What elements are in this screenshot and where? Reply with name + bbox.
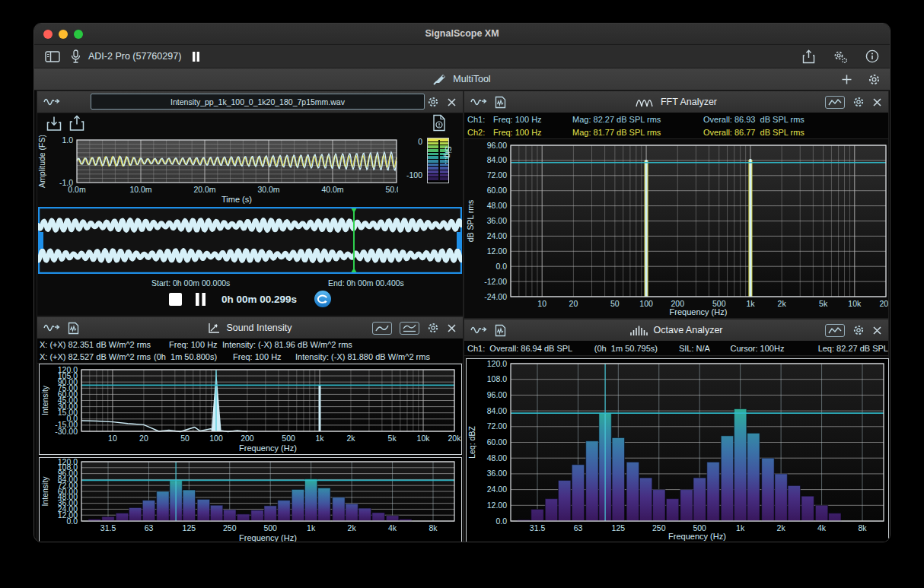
pause-button[interactable]: [195, 292, 206, 307]
si-header[interactable]: Sound Intensity: [37, 317, 463, 339]
svg-text:Leq: dBZ: Leq: dBZ: [467, 426, 476, 459]
si-spectrum-view-icon[interactable]: [372, 322, 392, 335]
octave-analyzer-panel: Octave Analyzer Ch1: Overall: 86.94 dB S…: [464, 319, 889, 542]
svg-text:40.0m: 40.0m: [321, 185, 343, 194]
svg-text:500: 500: [263, 523, 277, 532]
si-bars-view-icon[interactable]: [400, 322, 419, 335]
tool-settings-icon[interactable]: [832, 49, 849, 64]
svg-text:50: 50: [180, 434, 190, 443]
svg-text:-30.00: -30.00: [55, 427, 78, 436]
octave-leq-chart[interactable]: 120.0108.096.0084.0072.0060.0048.0036.00…: [467, 359, 888, 542]
svg-text:250: 250: [652, 523, 666, 532]
svg-text:36.00: 36.00: [487, 469, 507, 478]
svg-text:1k: 1k: [736, 523, 745, 532]
svg-text:8k: 8k: [858, 523, 867, 532]
loop-button[interactable]: [313, 289, 333, 309]
svg-text:1k: 1k: [746, 299, 755, 308]
main-toolbar: ADI-2 Pro (57760297): [34, 45, 890, 68]
share-icon[interactable]: [802, 49, 815, 64]
si-readout-line2: X: (+X) 82.527 dB W/m^2 rms (0h 1m 50.80…: [37, 351, 463, 364]
export-file-icon[interactable]: [69, 115, 84, 132]
octave-settings-icon[interactable]: [852, 324, 865, 336]
svg-text:10k: 10k: [848, 299, 862, 308]
svg-text:Intensity: Intensity: [40, 385, 49, 415]
svg-text:72.00: 72.00: [487, 421, 507, 431]
pause-io-icon[interactable]: [192, 52, 200, 62]
octave-title: Octave Analyzer: [653, 325, 722, 335]
device-name[interactable]: ADI-2 Pro (57760297): [88, 51, 181, 62]
waveform-overview-selection[interactable]: [38, 207, 462, 274]
svg-text:4k: 4k: [388, 523, 397, 532]
layout-settings-icon[interactable]: [868, 73, 881, 86]
sound-intensity-panel: Sound Intensity X: (+X) 82.351 dB W/m^2 …: [37, 316, 464, 542]
si-settings-icon[interactable]: [427, 322, 439, 334]
svg-text:0.0: 0.0: [495, 516, 507, 526]
loaded-file-name[interactable]: Intensity_pp_1k_100_0_1k20_180_7p15mm.wa…: [91, 94, 425, 110]
octave-chart-box: 120.0108.096.0084.0072.0060.0048.0036.00…: [466, 358, 889, 542]
file-info-icon[interactable]: [432, 114, 446, 132]
import-file-icon[interactable]: [46, 116, 62, 132]
player-waveform-chart[interactable]: 1.0-1.00.0m10.0m20.0m30.0m40.0m50.0mTime…: [37, 135, 398, 205]
input-device-icon[interactable]: [71, 49, 81, 64]
stop-button[interactable]: [168, 292, 183, 307]
multitool-bar: MultiTool: [34, 68, 890, 91]
intensity-axis-icon: [208, 322, 221, 334]
fft-settings-icon[interactable]: [852, 96, 865, 108]
svg-text:63: 63: [145, 523, 154, 532]
svg-text:125: 125: [612, 523, 626, 532]
fft-close-icon[interactable]: [872, 97, 882, 107]
player-settings-icon[interactable]: [427, 96, 439, 108]
si-spectrum-chart[interactable]: 120.0105.090.0075.0060.0045.0030.0015.00…: [40, 364, 461, 454]
svg-text:48.00: 48.00: [487, 201, 507, 210]
svg-text:Frequency (Hz): Frequency (Hz): [670, 307, 728, 316]
svg-text:4k: 4k: [817, 523, 827, 532]
si-spectrum-box: 120.0105.090.0075.0060.0045.0030.0015.00…: [39, 364, 462, 455]
svg-text:31.5: 31.5: [100, 523, 116, 532]
svg-text:100: 100: [639, 299, 653, 308]
sidebar-toggle-icon[interactable]: [45, 51, 60, 62]
player-close-icon[interactable]: [447, 97, 457, 107]
svg-text:2k: 2k: [348, 523, 357, 532]
si-close-icon[interactable]: [447, 323, 457, 333]
svg-text:96.00: 96.00: [487, 141, 507, 150]
add-tool-icon[interactable]: [841, 74, 852, 85]
svg-text:10: 10: [108, 434, 117, 443]
fft-header[interactable]: FFT Analyzer: [464, 91, 888, 113]
playback-time: 0h 00m 00.299s: [218, 294, 301, 305]
octave-readout: Ch1: Overall: 86.94 dB SPL (0h 1m 50.795…: [464, 341, 888, 356]
svg-text:30.0m: 30.0m: [257, 185, 279, 194]
titlebar: SignalScope XM: [34, 24, 890, 45]
svg-text:100: 100: [209, 434, 223, 443]
svg-text:60.00: 60.00: [487, 186, 507, 195]
svg-text:20k: 20k: [880, 299, 888, 308]
svg-text:12.00: 12.00: [487, 501, 507, 510]
svg-text:48.00: 48.00: [487, 453, 507, 462]
si-bars-box: 120.0108.096.0084.0072.0060.0048.0036.00…: [39, 457, 462, 542]
octave-header[interactable]: Octave Analyzer: [464, 319, 888, 342]
svg-text:0.0: 0.0: [66, 516, 78, 526]
multitool-icon: [433, 73, 447, 85]
fft-readout-ch2: Ch2: Freq: 100 Hz Mag: 81.77 dB SPL rms …: [464, 126, 888, 139]
svg-text:1k: 1k: [307, 523, 316, 532]
svg-text:72.00: 72.00: [487, 170, 507, 180]
octave-bars-icon: [629, 325, 648, 336]
selection-start-label: Start: 0h 00m 00.000s: [151, 278, 230, 288]
svg-text:10k: 10k: [417, 434, 431, 443]
info-icon[interactable]: [865, 49, 879, 63]
colorbar-top-label: 0: [401, 137, 422, 146]
fft-spectrum-chart[interactable]: 96.0084.0072.0060.0048.0036.0024.0012.00…: [465, 140, 888, 318]
octave-chart-toggle-icon[interactable]: [825, 324, 845, 337]
si-third-octave-chart[interactable]: 120.0108.096.0084.0072.0060.0048.0036.00…: [40, 458, 461, 542]
svg-text:5k: 5k: [388, 434, 397, 443]
multitool-label[interactable]: MultiTool: [453, 74, 490, 84]
fft-readout-ch1: Ch1: Freq: 100 Hz Mag: 82.27 dB SPL rms …: [464, 113, 888, 126]
svg-text:31.5: 31.5: [530, 523, 546, 532]
svg-text:-12.00: -12.00: [484, 277, 507, 286]
screen: SignalScope XM ADI-2 Pro (57760297): [0, 0, 924, 588]
octave-close-icon[interactable]: [872, 326, 882, 335]
svg-text:Frequency (Hz): Frequency (Hz): [239, 443, 297, 453]
window-title: SignalScope XM: [34, 28, 890, 39]
si-readout-line1: X: (+X) 82.351 dB W/m^2 rms Freq: 100 Hz…: [37, 338, 463, 351]
svg-text:dB SPL rms: dB SPL rms: [466, 200, 475, 243]
fft-chart-toggle-icon[interactable]: [825, 96, 845, 109]
